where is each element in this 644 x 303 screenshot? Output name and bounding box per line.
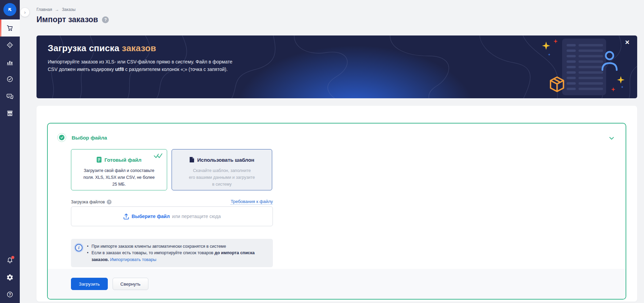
upload-button[interactable]: Загрузить — [71, 278, 108, 290]
app-logo[interactable] — [3, 3, 16, 16]
target-icon — [6, 41, 14, 49]
upload-label: Загрузка файлов ? — [71, 200, 112, 204]
file-select-section: Выбор файла Готовы — [47, 123, 626, 300]
sidebar-item-notifications[interactable] — [0, 252, 20, 269]
import-banner: Загрузка списка заказов Импортируйте зак… — [36, 35, 637, 98]
option-card-description: Скачайте шаблон, заполните его вашими да… — [172, 167, 272, 188]
banner-description: Импортируйте заказов из XLS- или CSV-фай… — [48, 58, 232, 73]
sidebar-expand-button[interactable]: › — [20, 8, 29, 17]
info-bullet-1: • При импорте заказов клиенты автоматиче… — [87, 243, 267, 250]
main-content: Главная → Заказы Импорт заказов ? — [20, 0, 644, 303]
red-star-icon — [611, 87, 616, 92]
sidebar-item-chats[interactable] — [0, 88, 20, 105]
chevron-right-icon: › — [24, 10, 26, 15]
store-icon — [6, 110, 14, 117]
file-dropzone[interactable]: Выберите файл или перетащите сюда — [71, 206, 273, 226]
retailcrm-arrow-logo-icon — [6, 6, 13, 13]
chevron-down-icon[interactable] — [609, 135, 614, 141]
template-file-icon — [189, 157, 194, 163]
file-icon — [97, 157, 102, 163]
chat-icon — [6, 92, 14, 100]
step-complete-icon — [57, 133, 66, 142]
sidebar-item-help[interactable]: ? — [0, 286, 20, 303]
check-circle-icon — [6, 75, 14, 83]
breadcrumb-separator: → — [55, 7, 59, 12]
upload-icon — [123, 213, 129, 220]
sidebar-item-store[interactable] — [0, 105, 20, 122]
info-bullet-2: • Если в заказах есть товары, то импорти… — [87, 250, 267, 263]
cart-icon — [6, 24, 14, 32]
sidebar-item-tasks[interactable] — [0, 71, 20, 88]
breadcrumb: Главная → Заказы — [36, 7, 75, 12]
yellow-star-icon — [542, 41, 551, 50]
red-star-icon — [553, 39, 558, 44]
drag-hint: или перетащите сюда — [172, 214, 221, 219]
upload-help-icon[interactable]: ? — [107, 200, 112, 204]
bar-chart-icon — [6, 58, 14, 66]
gear-icon — [6, 274, 14, 281]
page-help-icon[interactable]: ? — [102, 16, 109, 23]
breadcrumb-orders[interactable]: Заказы — [62, 7, 75, 12]
banner-title-highlight: заказов — [122, 43, 156, 53]
collapse-button[interactable]: Свернуть — [113, 278, 148, 290]
package-box-icon — [549, 76, 565, 93]
help-icon: ? — [6, 291, 14, 298]
import-products-link[interactable]: Импортировать товары — [110, 257, 156, 262]
info-icon: i — [75, 244, 83, 251]
sidebar-item-analytics[interactable] — [0, 54, 20, 71]
banner-close-icon[interactable]: ✕ — [625, 40, 630, 45]
banner-bold-utf8: utf8 — [115, 67, 124, 72]
choose-file-link[interactable]: Выберите файл — [132, 214, 170, 219]
page-title: Импорт заказов — [36, 15, 98, 24]
option-card-title: Готовый файл — [104, 157, 142, 163]
option-card-use-template[interactable]: Использовать шаблон Скачайте шаблон, зап… — [172, 149, 272, 190]
section-title: Выбор файла — [72, 135, 107, 141]
person-icon — [600, 50, 619, 72]
file-requirements-link[interactable]: Требования к файлу — [231, 199, 273, 205]
option-card-ready-file[interactable]: Готовый файл Загрузите свой файл и сопос… — [71, 149, 167, 190]
double-check-icon — [153, 153, 163, 160]
banner-title: Загрузка списка заказов — [48, 43, 232, 54]
section-footer: Загрузить Свернуть — [48, 269, 626, 299]
sidebar-spacer — [0, 122, 20, 252]
blue-sparkle-icon — [621, 86, 624, 88]
option-card-description: Загрузите свой файл и сопоставьте поля. … — [71, 167, 167, 188]
sidebar-item-delivery[interactable] — [0, 37, 20, 54]
import-card: Выбор файла Готовы — [36, 106, 637, 302]
notification-badge — [11, 256, 14, 259]
blue-sparkle-icon — [548, 53, 551, 56]
breadcrumb-home[interactable]: Главная — [36, 7, 52, 12]
svg-text:?: ? — [9, 293, 11, 297]
info-box: i • При импорте заказов клиенты автомати… — [71, 239, 273, 267]
option-card-title: Использовать шаблон — [197, 157, 254, 163]
sidebar-item-orders[interactable] — [0, 19, 20, 37]
sidebar-item-settings[interactable] — [0, 269, 20, 286]
yellow-star-icon — [617, 76, 625, 84]
document-list-graphic — [562, 39, 606, 95]
sidebar: ? — [0, 0, 20, 303]
